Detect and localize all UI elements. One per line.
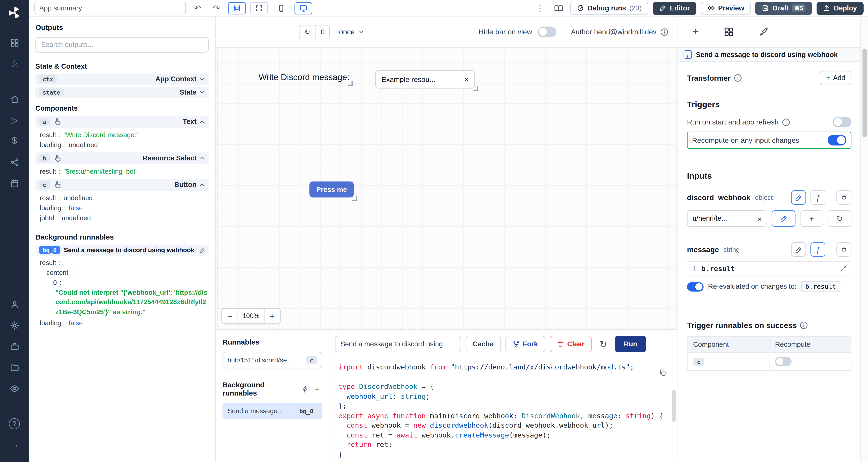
- info-icon[interactable]: [800, 321, 808, 330]
- info-icon[interactable]: [660, 27, 669, 36]
- draft-shortcut: ⌘S: [792, 4, 806, 12]
- add-background-runnable-button[interactable]: +: [312, 383, 322, 395]
- draft-button[interactable]: Draft ⌘S: [755, 1, 812, 15]
- runnable-item-c[interactable]: hub/1511/discord/se... c: [223, 352, 322, 368]
- resize-handle[interactable]: [473, 86, 478, 91]
- add-transformer-button[interactable]: +Add: [820, 71, 851, 85]
- schedules-calendar-icon[interactable]: [6, 174, 23, 192]
- button-component-c[interactable]: Press me: [309, 182, 353, 198]
- dw-connect-button[interactable]: [836, 190, 851, 205]
- refresh-interval-dropdown[interactable]: once: [339, 28, 365, 36]
- msg-edit-button[interactable]: [791, 242, 806, 257]
- book-icon: [554, 4, 563, 12]
- output-row-state[interactable]: state State: [35, 87, 209, 98]
- text-component-a[interactable]: Write Discord message:: [258, 72, 349, 82]
- recompute-c-toggle[interactable]: [775, 357, 792, 366]
- home-icon[interactable]: [6, 90, 23, 108]
- run-on-start-toggle[interactable]: [833, 117, 851, 127]
- resource-select-component-b[interactable]: Example resou... ×: [375, 70, 475, 89]
- bg0-loading-value: false: [69, 319, 83, 327]
- output-row-bg0[interactable]: bg_0 Send a message to discord using web…: [35, 244, 209, 256]
- output-row-ctx[interactable]: ctx App Context: [35, 73, 209, 85]
- c-jobid-value: undefined: [62, 214, 91, 222]
- hide-bar-toggle[interactable]: [538, 27, 557, 37]
- audit-eye-icon[interactable]: [6, 380, 23, 397]
- scrollbar-thumb[interactable]: [862, 48, 867, 137]
- info-icon[interactable]: [781, 118, 790, 126]
- cache-button[interactable]: Cache: [466, 336, 501, 352]
- zoom-out-button[interactable]: −: [222, 311, 238, 321]
- app-summary-input[interactable]: [34, 2, 186, 14]
- app-canvas[interactable]: Write Discord message: Example resou... …: [216, 47, 678, 331]
- help-icon[interactable]: ?: [6, 415, 23, 432]
- output-row-component-c[interactable]: c Button: [35, 179, 209, 191]
- runnable-name-input[interactable]: [335, 336, 461, 352]
- tab-component-settings[interactable]: [723, 27, 734, 37]
- clear-button[interactable]: Clear: [550, 336, 592, 352]
- refresh-run-button[interactable]: ↻: [596, 338, 611, 350]
- code-scrollbar-thumb[interactable]: [672, 390, 676, 422]
- chevron-up-icon[interactable]: [199, 119, 205, 125]
- component-outline-button[interactable]: [228, 2, 246, 14]
- tab-styling-brush[interactable]: [758, 27, 769, 37]
- chevron-down-icon[interactable]: [199, 89, 205, 96]
- folders-icon[interactable]: [6, 358, 23, 376]
- fork-button[interactable]: Fork: [505, 336, 545, 352]
- preview-mode-button[interactable]: Preview: [701, 1, 751, 15]
- dw-edit-button[interactable]: [791, 190, 806, 205]
- fullscreen-button[interactable]: [250, 2, 268, 14]
- chevron-up-icon[interactable]: [199, 182, 205, 188]
- reeval-toggle[interactable]: [687, 282, 704, 291]
- dw-resource-input[interactable]: u/henri/te... ×: [687, 210, 768, 227]
- edit-pencil-icon[interactable]: [199, 247, 205, 253]
- output-row-component-a[interactable]: a Text: [35, 116, 209, 128]
- code-editor[interactable]: import discordwebhook from "https://deno…: [329, 357, 678, 462]
- tab-insert-component[interactable]: +: [692, 26, 699, 38]
- windmill-app-editor: ☆ ▷ $ ? → ↶ ↷ ⋮ Debu: [0, 0, 868, 462]
- settings-gear-icon[interactable]: [6, 317, 23, 334]
- users-icon[interactable]: [6, 295, 23, 313]
- runs-play-icon[interactable]: ▷: [6, 111, 23, 129]
- runnable-item-bg0[interactable]: Send a message... bg_0: [223, 403, 322, 420]
- dw-edit-resource-button[interactable]: [772, 210, 796, 227]
- copy-code-button[interactable]: [659, 369, 667, 379]
- refresh-app-button[interactable]: ↻: [300, 25, 315, 38]
- dw-add-resource-button[interactable]: +: [800, 210, 824, 227]
- workspace-briefcase-icon[interactable]: [6, 337, 23, 355]
- recompute-toggle[interactable]: [828, 135, 846, 145]
- msg-expression-editor[interactable]: 1 b.result: [687, 261, 851, 275]
- zoom-in-button[interactable]: +: [265, 311, 280, 321]
- content-row: Outputs State & Context ctx App Context …: [29, 16, 868, 462]
- collapse-sidebar-icon[interactable]: →: [6, 436, 23, 454]
- editor-mode-button[interactable]: Editor: [653, 1, 696, 15]
- clear-resource-icon[interactable]: ×: [757, 214, 762, 223]
- expand-editor-icon[interactable]: [840, 265, 847, 272]
- deploy-button[interactable]: Deploy: [817, 1, 864, 15]
- resize-handle[interactable]: [352, 196, 357, 201]
- clear-selection-icon[interactable]: ×: [464, 75, 469, 84]
- dw-expression-button[interactable]: ƒ: [810, 190, 825, 205]
- dw-refresh-resource-button[interactable]: ↻: [828, 210, 851, 227]
- redo-button[interactable]: ↷: [209, 2, 224, 14]
- search-outputs-input[interactable]: [35, 37, 209, 53]
- info-icon[interactable]: [733, 73, 742, 82]
- resize-handle[interactable]: [348, 81, 353, 86]
- window-scrollbar[interactable]: [860, 16, 868, 462]
- resources-share-icon[interactable]: [6, 153, 23, 171]
- undo-button[interactable]: ↶: [190, 2, 205, 14]
- msg-expression-button[interactable]: ƒ: [810, 242, 825, 257]
- chevron-up-icon[interactable]: [199, 155, 205, 161]
- docs-button[interactable]: [552, 2, 566, 14]
- run-button[interactable]: Run: [615, 336, 646, 352]
- desktop-view-button[interactable]: [294, 2, 312, 14]
- msg-connect-button[interactable]: [836, 242, 851, 257]
- favorites-star-icon[interactable]: ☆: [6, 55, 23, 72]
- variables-dollar-icon[interactable]: $: [6, 132, 23, 150]
- mobile-view-button[interactable]: [273, 2, 290, 14]
- kanban-icon[interactable]: [6, 34, 23, 52]
- chevron-down-icon[interactable]: [199, 76, 205, 82]
- more-menu-button[interactable]: ⋮: [533, 2, 547, 14]
- output-row-component-b[interactable]: b Resource Select: [35, 152, 209, 164]
- undo-icon: ↶: [194, 3, 201, 13]
- debug-runs-button[interactable]: Debug runs (23): [570, 1, 648, 15]
